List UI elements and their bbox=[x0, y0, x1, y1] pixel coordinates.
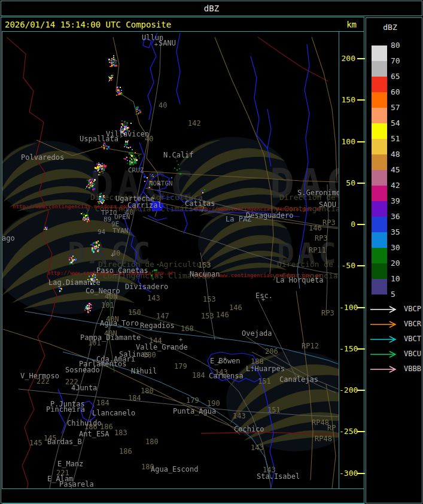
dbz-scale-swatch bbox=[372, 201, 387, 217]
place-label: Llancanelo bbox=[92, 409, 135, 417]
route-label: 101 bbox=[101, 302, 114, 309]
route-label: 222 bbox=[65, 378, 78, 385]
place-label: 94 bbox=[98, 229, 105, 236]
vector-arrow-icon bbox=[369, 351, 401, 359]
dbz-scale-swatch bbox=[372, 263, 387, 279]
station-marker: + bbox=[136, 369, 140, 374]
station-marker: + bbox=[217, 360, 221, 365]
route-label: 142 bbox=[188, 120, 201, 127]
right-axis-tick bbox=[357, 265, 365, 266]
vector-label: VBCU bbox=[404, 350, 421, 358]
right-axis-tick bbox=[357, 390, 365, 391]
place-label: E_Manz bbox=[57, 460, 83, 467]
right-axis-tick-label: 50 bbox=[339, 178, 355, 187]
vector-arrow-icon bbox=[369, 306, 401, 314]
dbz-scale-swatch bbox=[372, 92, 387, 108]
route-label: 151 bbox=[267, 406, 281, 414]
dbz-scale-label: 48 bbox=[391, 150, 411, 159]
route-label: 146 bbox=[229, 304, 242, 311]
place-label: Paso_Canetas bbox=[96, 267, 148, 274]
place-label: Pincheira bbox=[46, 406, 85, 413]
route-label: RP12 bbox=[302, 342, 319, 350]
place-label: Sosneado bbox=[65, 366, 100, 374]
route-label: 180 bbox=[141, 387, 154, 394]
dbz-scale-label: 36 bbox=[391, 212, 411, 221]
route-label: 180 bbox=[141, 463, 154, 470]
route-label: RP3 bbox=[322, 219, 336, 226]
dbz-scale-swatch bbox=[372, 45, 387, 61]
vector-arrow-icon bbox=[369, 336, 401, 344]
station-marker: + bbox=[223, 357, 227, 362]
info-bar: 2026/01/14 15:14:00 UTC Composite km bbox=[1, 17, 364, 31]
place-label: Punta_Agua bbox=[173, 408, 216, 415]
dbz-scale-swatch bbox=[372, 170, 387, 186]
place-label: Nacunan bbox=[190, 271, 220, 278]
dbz-scale-label: 30 bbox=[391, 243, 411, 252]
route-label: 150 bbox=[128, 309, 141, 316]
route-label: 40N bbox=[106, 315, 119, 323]
station-marker: + bbox=[261, 297, 265, 302]
vector-label: VBCP bbox=[404, 305, 421, 313]
route-label: 186 bbox=[119, 448, 132, 455]
window-title: dBZ bbox=[204, 4, 219, 13]
right-axis-tick bbox=[357, 307, 365, 308]
dbz-scale-swatch bbox=[372, 248, 387, 263]
right-axis-tick bbox=[357, 141, 365, 142]
dbz-scale-label: 65 bbox=[391, 72, 411, 81]
right-axis-tick-label: -200 bbox=[339, 385, 355, 394]
right-axis-tick-label: 150 bbox=[339, 95, 355, 104]
route-label: RP48 bbox=[312, 419, 329, 426]
route-label: 180 bbox=[143, 351, 156, 359]
route-label: 153 bbox=[201, 312, 214, 320]
route-label: 180 bbox=[145, 438, 159, 445]
route-label: RP3 bbox=[315, 235, 328, 242]
title-bar: dBZ bbox=[1, 1, 422, 16]
place-label: S.Geronimo bbox=[297, 189, 339, 196]
place-label: Divisadero bbox=[125, 283, 168, 290]
vector-legend-row: VBBB bbox=[369, 365, 422, 373]
right-distance-axis: 200150100500-50-100-150-200-250-300 bbox=[339, 32, 364, 488]
place-label: Canalejas bbox=[279, 376, 318, 383]
route-label: 186 bbox=[100, 423, 113, 430]
vector-legend-row: VBCP bbox=[369, 305, 422, 313]
station-marker: + bbox=[157, 182, 161, 187]
dbz-scale-swatch bbox=[372, 108, 387, 123]
right-axis-tick-label: 200 bbox=[339, 54, 355, 63]
place-label: Ovejada bbox=[242, 330, 272, 337]
route-label: 151 bbox=[258, 378, 271, 385]
right-axis-tick-label: 0 bbox=[339, 220, 355, 229]
dbz-scale-swatch bbox=[372, 232, 387, 248]
dbz-scale-swatch bbox=[372, 61, 387, 77]
station-marker: + bbox=[251, 366, 254, 371]
route-label: 40N bbox=[104, 330, 117, 337]
dbz-scale-label: 60 bbox=[391, 87, 411, 96]
dbz-scale-swatch bbox=[372, 186, 387, 201]
place-label: ago bbox=[2, 235, 15, 242]
right-axis-tick bbox=[357, 473, 365, 474]
route-label: 40 bbox=[125, 209, 133, 216]
place-label: Uspallata bbox=[80, 135, 118, 142]
radar-app-window: dBZ 2026/01/14 15:14:00 UTC Composite km bbox=[0, 0, 423, 504]
route-label: 184 bbox=[96, 399, 109, 406]
dbz-scale-label: 35 bbox=[391, 227, 411, 236]
route-label: 221 bbox=[56, 469, 69, 476]
route-label: 143 bbox=[251, 444, 264, 451]
station-marker: + bbox=[154, 42, 158, 47]
radar-echoes bbox=[2, 32, 339, 488]
dbz-scale-label: 10 bbox=[391, 274, 411, 283]
dbz-scale-label: 5 bbox=[391, 290, 411, 299]
radar-map: DACCDACCDACCDACCDirección de Agricultura… bbox=[2, 32, 339, 488]
route-label: 153 bbox=[203, 296, 216, 303]
vector-arrow-icon bbox=[369, 366, 401, 374]
dbz-scale-swatch bbox=[372, 77, 387, 92]
route-label: 40 bbox=[145, 135, 153, 142]
right-axis-tick bbox=[357, 348, 365, 350]
right-axis-tick bbox=[357, 58, 365, 59]
route-label: 143 bbox=[233, 412, 246, 420]
place-label: CRUZ bbox=[128, 167, 144, 174]
right-axis-tick bbox=[357, 183, 365, 184]
place-label: Agua_Escond bbox=[151, 466, 198, 473]
route-label: 186 bbox=[84, 423, 98, 430]
dbz-scale-label: 45 bbox=[391, 165, 411, 174]
right-axis-tick-label: -150 bbox=[339, 344, 355, 353]
